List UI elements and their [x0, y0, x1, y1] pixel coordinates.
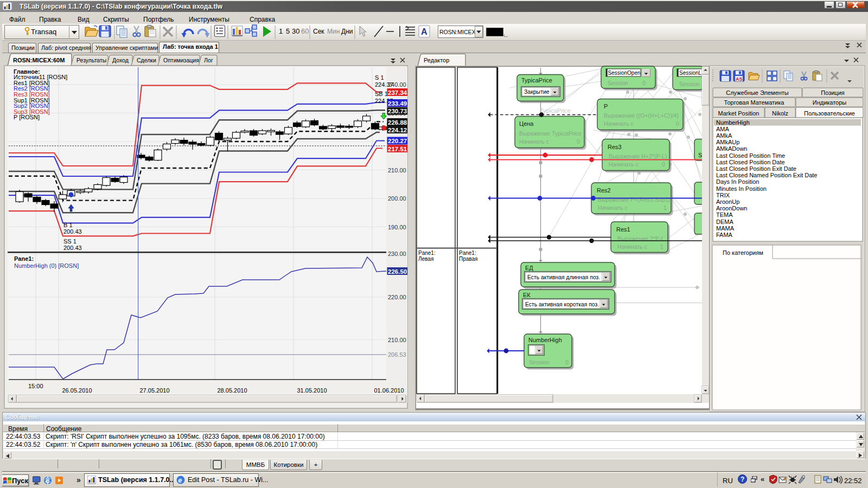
svg-text:60: 60 [301, 27, 309, 35]
svg-text:Начинать с: Начинать с [598, 204, 628, 211]
svg-text:Days In Position: Days In Position [716, 178, 759, 185]
svg-text:ЕК: ЕК [523, 292, 531, 298]
svg-text:210.00: 210.00 [388, 167, 406, 174]
svg-text:0: 0 [676, 120, 679, 127]
svg-text:200.00: 200.00 [388, 195, 406, 202]
svg-text:Закрытие: Закрытие [524, 88, 550, 95]
svg-text:0: 0 [642, 80, 646, 86]
svg-text:226.50: 226.50 [388, 268, 407, 275]
svg-text:TEMA: TEMA [716, 211, 733, 218]
svg-text:NumberHigh: NumberHigh [528, 337, 562, 343]
svg-text:240.00: 240.00 [388, 81, 406, 88]
svg-text:30: 30 [292, 27, 299, 35]
svg-text:Сек: Сек [313, 28, 324, 35]
svg-text:Мин: Мин [327, 28, 340, 35]
svg-text:AS: AS [736, 76, 743, 82]
svg-text:0: 0 [565, 359, 569, 365]
svg-text:Pane1:: Pane1: [418, 250, 436, 256]
svg-text:Редактор: Редактор [424, 57, 449, 63]
svg-text:230.00: 230.00 [388, 251, 406, 257]
svg-text:Результаты: Результаты [76, 57, 106, 63]
svg-text:S: S [698, 152, 702, 158]
svg-text:01.06.2010: 01.06.2010 [374, 387, 404, 394]
svg-text:Оптимизация: Оптимизация [163, 57, 199, 63]
svg-text:Сделки: Сделки [137, 57, 156, 63]
svg-text:SessionL: SessionL [679, 70, 702, 76]
svg-text:224.12: 224.12 [388, 127, 407, 133]
svg-text:AMA: AMA [716, 126, 730, 132]
svg-text:Левая: Левая [418, 256, 433, 262]
svg-text:Доход: Доход [112, 57, 129, 63]
svg-text:По категориям: По категориям [723, 249, 763, 256]
svg-text:206.53: 206.53 [388, 351, 406, 358]
svg-text:Начинать с: Начинать с [519, 138, 550, 145]
svg-text:233.49: 233.49 [388, 100, 407, 107]
svg-text:0: 0 [577, 138, 580, 145]
svg-text:Начинать с: Начинать с [609, 161, 639, 168]
svg-text:Pane1:: Pane1: [459, 250, 476, 256]
svg-text:237.34: 237.34 [388, 89, 407, 96]
svg-text:?: ? [741, 476, 744, 483]
svg-text:Last Closed Named Position Exi: Last Closed Named Position Exit Date [716, 172, 817, 178]
svg-text:1: 1 [279, 27, 283, 35]
svg-text:AMkADown: AMkADown [716, 145, 747, 152]
svg-text:Market Position: Market Position [718, 110, 760, 117]
svg-text:Цена: Цена [519, 120, 534, 127]
svg-text:TRIX: TRIX [716, 192, 730, 198]
svg-text:0: 0 [662, 161, 665, 168]
svg-text:NumberHigh: NumberHigh [716, 119, 750, 126]
svg-text:P: P [604, 103, 608, 110]
svg-text:226.88: 226.88 [388, 119, 407, 126]
svg-text:220.00: 220.00 [388, 294, 406, 300]
svg-text:26.05.2010: 26.05.2010 [62, 387, 92, 394]
svg-text:Начинать с: Начинать с [617, 243, 648, 250]
svg-text:Есть активная длинная поз.: Есть активная длинная поз. [527, 274, 600, 280]
svg-text:Session: Session [529, 359, 550, 365]
svg-text:MAMA: MAMA [716, 225, 735, 232]
svg-text:SessionOpen: SessionOpen [608, 70, 641, 76]
svg-text:Индикаторы: Индикаторы [813, 99, 847, 106]
svg-text:S 1: S 1 [375, 74, 384, 81]
svg-text:Пользовательские: Пользовательские [804, 110, 855, 117]
svg-text:Pane1:: Pane1: [14, 255, 34, 262]
svg-text:Res2: Res2 [597, 187, 611, 194]
svg-text:NumberHigh (0) [ROSN]: NumberHigh (0) [ROSN] [14, 262, 79, 269]
svg-text:e: e [178, 477, 182, 484]
svg-text:Last Closed Position Exit Date: Last Closed Position Exit Date [716, 165, 796, 172]
svg-text:200.43: 200.43 [63, 228, 82, 235]
svg-text:210.00: 210.00 [388, 337, 406, 343]
svg-text:1: 1 [663, 204, 667, 211]
svg-text:SB 1: SB 1 [375, 91, 388, 97]
svg-text:Выражение H+2*(P-L): Выражение H+2*(P-L) [609, 153, 667, 159]
svg-text:Minutes In Position: Minutes In Position [716, 185, 767, 192]
svg-text:Last Closed Position Date: Last Closed Position Date [716, 159, 785, 165]
svg-text:31.05.2010: 31.05.2010 [297, 387, 327, 394]
svg-text:Выражение P+(Res1-Sup1): Выражение P+(Res1-Sup1) [598, 196, 670, 203]
svg-text:Session: Session [608, 80, 628, 86]
svg-text:190.00: 190.00 [388, 224, 406, 230]
svg-text:ROSN:MICEX:60M: ROSN:MICEX:60M [13, 57, 65, 63]
svg-text:Res3: Res3 [608, 144, 622, 150]
svg-text:e: e [46, 477, 49, 484]
svg-text:28.05.2010: 28.05.2010 [217, 387, 247, 394]
svg-text:AMkA: AMkA [716, 132, 732, 139]
svg-text:A: A [421, 27, 427, 36]
svg-text:Правая: Правая [459, 256, 478, 262]
svg-text:Служебные Элементы: Служебные Элементы [726, 89, 789, 96]
svg-text:Nikolz: Nikolz [772, 110, 788, 117]
svg-text:27.05.2010: 27.05.2010 [139, 387, 169, 394]
svg-text:220.27: 220.27 [388, 138, 407, 144]
svg-text:FAMA: FAMA [716, 232, 733, 238]
svg-text:Лог: Лог [204, 57, 213, 63]
svg-text:15:00: 15:00 [28, 383, 43, 389]
svg-text:Last Closed Position Time: Last Closed Position Time [716, 152, 785, 159]
svg-text:SS 1: SS 1 [63, 238, 76, 245]
svg-text:217.51: 217.51 [388, 146, 407, 152]
svg-text:B 1: B 1 [63, 222, 73, 228]
svg-text:230.73: 230.73 [388, 108, 407, 114]
svg-text:Session: Session [679, 81, 700, 87]
svg-text:Позиция: Позиция [821, 89, 845, 96]
svg-text:TypicaPrice: TypicaPrice [521, 77, 552, 84]
svg-text:ЕД: ЕД [525, 265, 533, 271]
svg-text:AroonDown: AroonDown [716, 205, 747, 211]
